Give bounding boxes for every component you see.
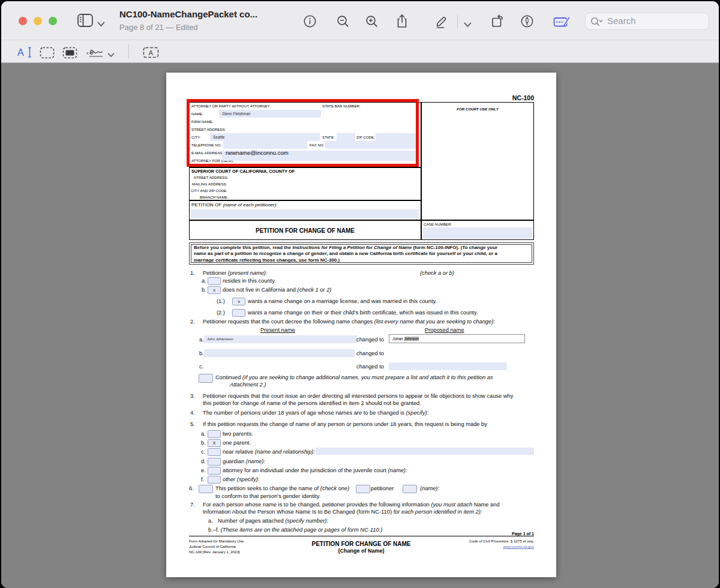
preview-window: NC100-NameChangePacket co... Page 8 of 2… <box>1 1 719 588</box>
item7-number: 7. <box>190 502 195 508</box>
item4-text: The number of persons under 18 years of … <box>203 410 428 416</box>
court-use-box <box>421 102 534 220</box>
petition-of-label: PETITION OF (name of each petitioner): <box>191 202 278 208</box>
footer-courts-link[interactable]: www.courts.ca.gov <box>503 544 534 548</box>
item2-continued-line2: Attachment 2.) <box>230 382 266 388</box>
item1a-checkbox[interactable] <box>208 277 221 285</box>
document-area[interactable]: NC-100 FOR COURT USE ONLY ATTORNEY OR PA… <box>1 63 719 588</box>
svg-text:A: A <box>17 47 24 58</box>
text-box-icon[interactable]: A <box>143 47 159 61</box>
redact-icon[interactable] <box>62 47 77 61</box>
signature-chevron-down-icon[interactable] <box>107 49 115 60</box>
item6-name-label: (name): <box>420 485 439 491</box>
item6-name-checkbox[interactable] <box>403 485 417 493</box>
sidebar-toggle-icon[interactable] <box>77 14 93 29</box>
item5-number: 5. <box>190 421 195 427</box>
item5a-letter: a. <box>201 431 206 437</box>
item5c-checkbox[interactable] <box>208 448 221 456</box>
search-field[interactable] <box>585 13 709 30</box>
item6-petitioner-checkbox[interactable] <box>356 485 370 493</box>
court-branch-label: BRANCH NAME: <box>200 195 228 199</box>
item3-number: 3. <box>190 393 195 399</box>
item7-line2: Information About the Person Whose Name … <box>203 509 482 515</box>
case-number-label: CASE NUMBER: <box>424 222 452 226</box>
item6-line1: This petition seeks to change the name o… <box>215 485 349 491</box>
zoom-out-icon[interactable] <box>336 14 350 31</box>
window-title: NC100-NameChangePacket co... <box>119 9 257 19</box>
item5a-text: two parents. <box>223 431 253 437</box>
page-note: Page 1 of 1 <box>512 532 534 536</box>
red-box-annotation[interactable] <box>187 99 419 167</box>
search-input[interactable] <box>606 15 704 26</box>
signature-icon[interactable]: x <box>86 46 106 61</box>
form-title: PETITION FOR CHANGE OF NAME <box>189 227 421 234</box>
autofill-form-icon[interactable] <box>553 15 571 31</box>
footer-title: PETITION FOR CHANGE OF NAME <box>256 541 466 547</box>
item1b1-label: (1.) <box>217 298 225 304</box>
svg-text:A: A <box>149 49 154 56</box>
item5c-letter: c. <box>201 449 205 455</box>
markup-pencil-icon[interactable] <box>434 14 449 31</box>
item2b-present-field[interactable] <box>204 349 355 357</box>
case-number-field[interactable] <box>423 227 532 239</box>
item7a-text: Number of pages attached (specify number… <box>218 518 328 524</box>
item5e-checkbox[interactable] <box>208 467 221 475</box>
footer-rule <box>189 536 534 536</box>
rotate-icon[interactable] <box>490 13 505 31</box>
sidebar-chevron-down-icon[interactable] <box>97 19 105 29</box>
item5d-letter: d. <box>201 458 206 464</box>
item1a-letter: a. <box>202 278 206 284</box>
item1b1-checkbox[interactable]: x <box>232 298 245 305</box>
title-bar: NC100-NameChangePacket co... Page 8 of 2… <box>1 1 719 40</box>
item7a-letter: a. <box>208 518 213 524</box>
notice-line2: name as part of a petition to recognize … <box>194 251 497 256</box>
proposed-name-header: Proposed name <box>425 327 464 333</box>
info-icon[interactable] <box>303 14 317 31</box>
item5c-field[interactable] <box>316 448 534 455</box>
text-selection-icon[interactable]: A <box>17 46 35 61</box>
zoom-button[interactable] <box>49 17 57 25</box>
footer-left-2: Judicial Council of California <box>189 544 236 548</box>
item5b-letter: b. <box>201 440 206 446</box>
item2a-proposed-field[interactable]: Johan Johnson <box>389 334 525 343</box>
item3-line2: this petition for change of name of the … <box>203 400 421 406</box>
markup-chevron-down-icon[interactable] <box>464 19 472 30</box>
item1a-text: resides in this county. <box>223 278 276 284</box>
item1-note: (check a or b) <box>420 270 454 276</box>
rectangular-selection-icon[interactable] <box>40 47 55 61</box>
court-mailing-label: MAILING ADDRESS: <box>192 182 227 186</box>
item6-number: 6. <box>189 485 194 491</box>
item5f-text: other (specify): <box>223 476 260 482</box>
item3-line1: Petitioner requests that the court issue… <box>203 393 513 399</box>
item2a-present-field[interactable]: John Johansson <box>204 335 358 343</box>
item2-continued-checkbox[interactable] <box>199 374 213 383</box>
item1b1-text: wants a name change on a marriage licens… <box>248 298 437 304</box>
court-street-label: STREET ADDRESS: <box>194 175 228 179</box>
item2c-changed-to: changed to <box>356 364 384 370</box>
item1b-checkbox[interactable]: x <box>208 286 221 294</box>
item2a-changed-to: changed to <box>356 337 384 343</box>
close-button[interactable] <box>19 17 27 25</box>
item5d-checkbox[interactable] <box>208 458 221 466</box>
minimize-button[interactable] <box>34 17 42 25</box>
petition-of-field[interactable] <box>191 209 419 218</box>
toolbar-divider <box>457 15 458 28</box>
item1b-text: does not live in California and (check 1… <box>223 287 331 293</box>
zoom-in-icon[interactable] <box>365 14 379 31</box>
item5f-checkbox[interactable] <box>208 476 221 484</box>
continuity-markup-pen-icon[interactable] <box>520 14 534 31</box>
footer-right-1: Code of Civil Procedure, § 1275 et seq. <box>469 539 534 543</box>
item5b-checkbox[interactable]: X <box>208 439 221 447</box>
item2c-proposed-field[interactable] <box>389 362 507 370</box>
item5a-checkbox[interactable] <box>208 430 221 438</box>
item6-checkbox[interactable] <box>199 485 213 493</box>
item2b-letter: b. <box>199 350 204 356</box>
item5b-text: one parent. <box>223 440 251 446</box>
superior-court-header: SUPERIOR COURT OF CALIFORNIA, COUNTY OF <box>191 169 295 174</box>
item1b2-checkbox[interactable] <box>232 309 245 317</box>
item7-line1: For each person whose name is to be chan… <box>203 502 500 508</box>
court-cityzip-label: CITY AND ZIP CODE: <box>191 188 227 193</box>
form-id: NC-100 <box>512 94 534 101</box>
share-icon[interactable] <box>395 13 409 31</box>
item6-line2: to conform to that person's gender ident… <box>215 493 320 499</box>
